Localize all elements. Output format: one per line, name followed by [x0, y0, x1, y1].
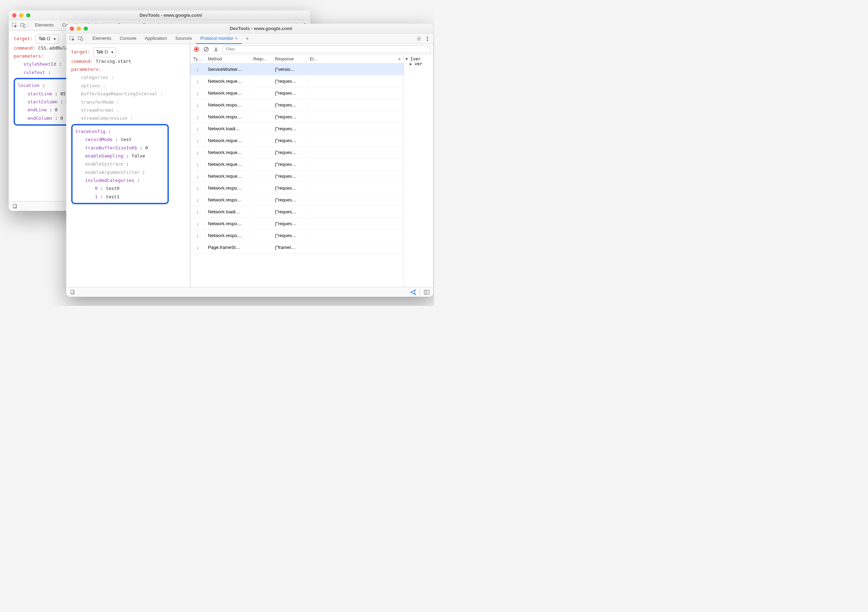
arrow-down-icon: ↓ [197, 114, 199, 120]
kebab-icon[interactable] [424, 36, 431, 42]
chevron-right-icon[interactable]: ▶ [409, 61, 414, 66]
table-row[interactable]: ↓ Network.loadi… {"reques… [191, 123, 404, 135]
location-highlight: location : startLine : 857startColumn : … [14, 78, 73, 126]
parameters-label: parameters [71, 67, 98, 72]
arrow-down-icon: ↓ [197, 221, 199, 227]
copy-icon[interactable] [70, 289, 76, 295]
col-elapsed[interactable]: El…▴ [307, 57, 321, 61]
target-dropdown[interactable]: Tab () [36, 34, 59, 44]
chevron-down-icon[interactable]: ▼ [405, 57, 410, 61]
filter-input[interactable]: Filter [223, 45, 431, 53]
table-row[interactable]: ↓ Network.reque… {"reques… [191, 87, 404, 99]
traffic-lights [12, 13, 30, 17]
arrow-down-icon: ↓ [197, 173, 199, 179]
table-row[interactable]: ↓ Network.respo… {"reques… [191, 111, 404, 123]
tab-elements[interactable]: Elements [31, 20, 58, 31]
tab-elements[interactable]: Elements [88, 34, 115, 44]
window-title: DevTools - www.google.com/ [34, 12, 307, 18]
table-row[interactable]: ↓ Network.loadi… {"reques… [191, 206, 404, 218]
param-key: recordMode [85, 137, 112, 142]
window-title: DevTools - www.google.com/ [92, 26, 430, 31]
record-icon[interactable] [193, 46, 200, 52]
col-response[interactable]: Response [272, 57, 307, 61]
cell-response: {"reques… [272, 162, 307, 167]
clear-icon[interactable] [203, 46, 209, 52]
table-row[interactable]: ↓ Network.respo… {"reques… [191, 194, 404, 206]
grid-body[interactable]: ↓ ServiceWorker… {"versio… ↓ Network.req… [191, 64, 404, 287]
cell-response: {"reques… [272, 138, 307, 143]
tab-overflow[interactable]: » [242, 34, 253, 44]
col-type[interactable]: Type [191, 57, 205, 61]
table-row[interactable]: ↓ Network.reque… {"reques… [191, 135, 404, 147]
arrow-down-icon: ↓ [197, 90, 199, 96]
zoom-icon[interactable] [26, 13, 30, 17]
col-overflow[interactable]: » [321, 57, 404, 61]
inspect-icon[interactable] [11, 22, 18, 29]
arrow-down-icon: ↓ [197, 66, 199, 72]
table-row[interactable]: ↓ Page.frameSt… {"frameI… [191, 242, 404, 253]
tab-protocol-monitor[interactable]: Protocol monitor × [196, 34, 242, 44]
tab-sources[interactable]: Sources [171, 34, 197, 44]
cell-method: Network.loadi… [205, 126, 251, 131]
location-key: location [18, 83, 40, 88]
minimize-icon[interactable] [77, 26, 81, 31]
svg-rect-11 [81, 38, 83, 41]
cell-method: Network.respo… [205, 185, 251, 191]
toggle-panel-icon[interactable] [423, 289, 430, 295]
close-icon[interactable] [12, 13, 16, 17]
zoom-icon[interactable] [84, 26, 88, 31]
table-row[interactable]: ↓ Network.respo… {"reques… [191, 230, 404, 242]
col-request[interactable]: Requ… [251, 57, 272, 61]
titlebar: DevTools - www.google.com/ [9, 11, 310, 20]
param-key: streamFormat [81, 107, 114, 113]
param-key: includedCategories [85, 178, 134, 183]
response-tree[interactable]: ▼ {ver ▶ ver [404, 54, 433, 287]
table-row[interactable]: ↓ Network.respo… {"reques… [191, 218, 404, 230]
close-tab-icon[interactable]: × [235, 36, 237, 41]
cell-method: Page.frameSt… [205, 245, 251, 250]
cell-response: {"reques… [272, 102, 307, 107]
arrow-down-icon: ↓ [197, 138, 199, 143]
table-row[interactable]: ↓ ServiceWorker… {"versio… [191, 64, 404, 75]
param-value: test0 [106, 186, 119, 191]
content: target: Tab () command: Tracing.start pa… [66, 44, 433, 287]
copy-icon[interactable] [12, 203, 19, 210]
tab-application[interactable]: Application [141, 34, 171, 44]
close-icon[interactable] [70, 26, 74, 31]
cell-response: {"reques… [272, 126, 307, 131]
arrow-down-icon: ↓ [197, 126, 199, 132]
table-row[interactable]: ↓ Network.reque… {"reques… [191, 147, 404, 158]
param-value: 0 [55, 107, 57, 112]
param-key: enableSampling [85, 153, 124, 158]
param-key: traceBufferSizeInKb [85, 145, 137, 151]
device-icon[interactable] [78, 36, 84, 42]
param-key: ruleText [23, 70, 45, 75]
download-icon[interactable] [213, 46, 219, 52]
device-icon[interactable] [20, 22, 26, 29]
table-row[interactable]: ↓ Network.respo… {"reques… [191, 182, 404, 194]
inspect-icon[interactable] [69, 36, 75, 42]
target-label: target [14, 36, 30, 41]
cell-method: Network.respo… [205, 114, 251, 120]
param-key: endLine [28, 107, 47, 112]
target-dropdown[interactable]: Tab () [93, 48, 116, 57]
cell-response: {"reques… [272, 185, 307, 191]
tab-console[interactable]: Console [115, 34, 141, 44]
minimize-icon[interactable] [19, 13, 23, 17]
cell-response: {"reques… [272, 114, 307, 120]
svg-line-19 [205, 48, 208, 51]
param-value: false [132, 153, 145, 158]
svg-rect-8 [13, 204, 16, 207]
gear-icon[interactable] [416, 36, 422, 42]
col-method[interactable]: Method [205, 57, 251, 61]
svg-rect-21 [71, 290, 74, 293]
cell-response: {"reques… [272, 79, 307, 84]
traceconfig-key: traceConfig [75, 129, 105, 134]
cell-response: {"reques… [272, 221, 307, 226]
table-row[interactable]: ↓ Network.reque… {"reques… [191, 170, 404, 182]
table-row[interactable]: ↓ Network.reque… {"reques… [191, 75, 404, 87]
table-row[interactable]: ↓ Network.reque… {"reques… [191, 158, 404, 170]
cell-response: {"reques… [272, 174, 307, 179]
send-icon[interactable] [410, 289, 416, 295]
table-row[interactable]: ↓ Network.respo… {"reques… [191, 99, 404, 111]
